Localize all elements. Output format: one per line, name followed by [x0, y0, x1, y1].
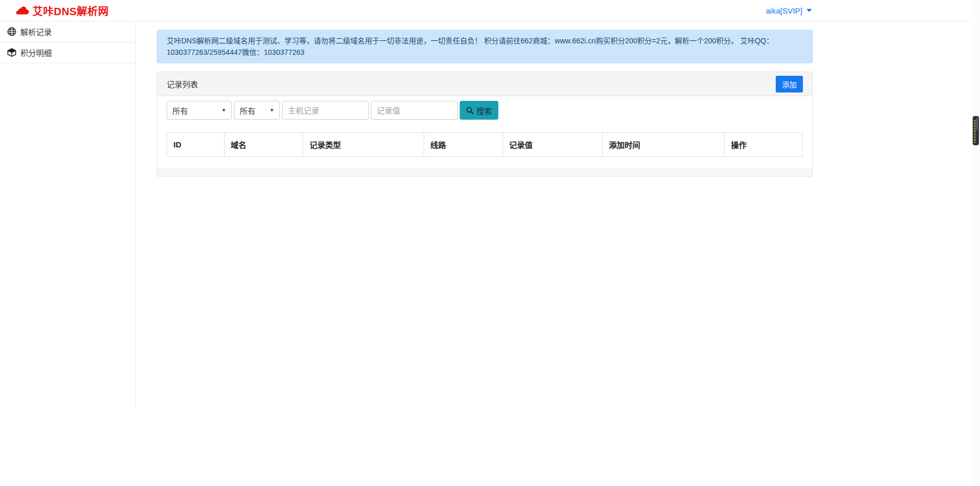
col-header-record-value: 记录值: [503, 133, 602, 157]
col-header-line: 线路: [424, 133, 503, 157]
scrollbar-track[interactable]: [972, 0, 980, 486]
user-dropdown[interactable]: aika[SVIP]: [766, 6, 812, 15]
col-header-actions: 操作: [725, 133, 803, 157]
host-record-input[interactable]: [282, 101, 369, 120]
col-header-added-time: 添加时间: [602, 133, 725, 157]
scrollbar-thumb-stripes: [976, 118, 978, 131]
select-caret-icon: ▼: [270, 108, 274, 113]
record-value-input[interactable]: [371, 101, 458, 120]
brand-title: 艾咔DNS解析网: [32, 3, 109, 18]
sidebar-item-label: 积分明细: [20, 47, 52, 58]
globe-icon: [7, 27, 16, 36]
topbar: 艾咔DNS解析网 aika[SVIP]: [0, 0, 980, 21]
records-table-header-row: ID 域名 记录类型 线路 记录值 添加时间 操作: [167, 133, 803, 157]
sidebar-item-resolve-records[interactable]: 解析记录: [0, 21, 135, 42]
panel-footer: [157, 168, 812, 176]
sidebar-item-points-detail[interactable]: 积分明细: [0, 42, 135, 63]
notice-line-1: 艾咔DNS解析网二级域名用于测试、学习等，请勿将二级域名用于一切非法用途，一切责…: [167, 35, 803, 47]
record-list-panel: 记录列表 添加 所有 ▼ 所有 ▼: [157, 72, 813, 177]
filter-bar: 所有 ▼ 所有 ▼ 搜索: [167, 101, 803, 120]
brand-logo[interactable]: 艾咔DNS解析网: [16, 3, 109, 18]
col-header-record-type: 记录类型: [303, 133, 424, 157]
search-button-label: 搜索: [476, 105, 492, 116]
panel-title: 记录列表: [167, 78, 198, 89]
select-caret-icon: ▼: [221, 108, 226, 113]
user-name: aika[SVIP]: [766, 6, 802, 15]
col-header-id: ID: [167, 133, 225, 157]
type-filter-select[interactable]: 所有 ▼: [234, 101, 280, 120]
type-filter-value: 所有: [240, 105, 255, 116]
col-header-domain: 域名: [224, 133, 303, 157]
panel-heading: 记录列表 添加: [157, 72, 812, 96]
add-record-button[interactable]: 添加: [776, 76, 803, 92]
scrollbar-thumb[interactable]: [973, 116, 979, 145]
records-table: ID 域名 记录类型 线路 记录值 添加时间 操作: [167, 132, 803, 157]
search-button[interactable]: 搜索: [460, 101, 498, 120]
notice-line-2: 1030377263/25954447微信：1030377263: [167, 47, 803, 58]
cube-icon: [7, 48, 16, 57]
notice-banner: 艾咔DNS解析网二级域名用于测试、学习等，请勿将二级域名用于一切非法用途，一切责…: [157, 30, 813, 63]
domain-filter-select[interactable]: 所有 ▼: [167, 101, 232, 120]
main-content: 艾咔DNS解析网二级域名用于测试、学习等，请勿将二级域名用于一切非法用途，一切责…: [157, 21, 813, 177]
sidebar-item-label: 解析记录: [20, 26, 52, 37]
caret-down-icon: [807, 9, 812, 12]
sidebar: 解析记录 积分明细: [0, 21, 136, 406]
cloud-icon: [16, 6, 29, 15]
search-icon: [466, 107, 474, 114]
domain-filter-value: 所有: [172, 105, 188, 116]
panel-body: 所有 ▼ 所有 ▼ 搜索: [157, 96, 812, 157]
